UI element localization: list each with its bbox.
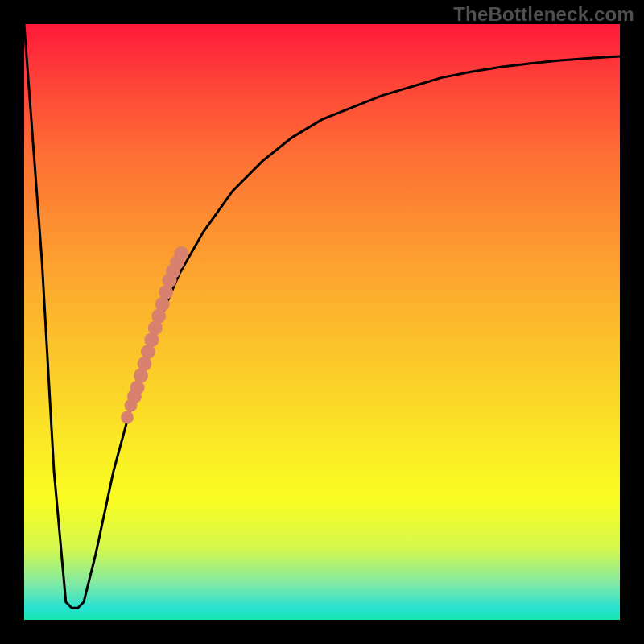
curve-marker [174, 246, 188, 261]
highlighted-markers [127, 246, 189, 404]
chart-frame: TheBottleneck.com [0, 0, 644, 644]
bottleneck-curve-path [24, 24, 620, 608]
curve-marker-small [125, 399, 138, 412]
watermark-text: TheBottleneck.com [453, 3, 634, 26]
curve-marker-small [121, 411, 134, 423]
bottleneck-curve-svg [24, 24, 620, 620]
plot-area [24, 24, 620, 620]
lower-markers [121, 399, 138, 424]
